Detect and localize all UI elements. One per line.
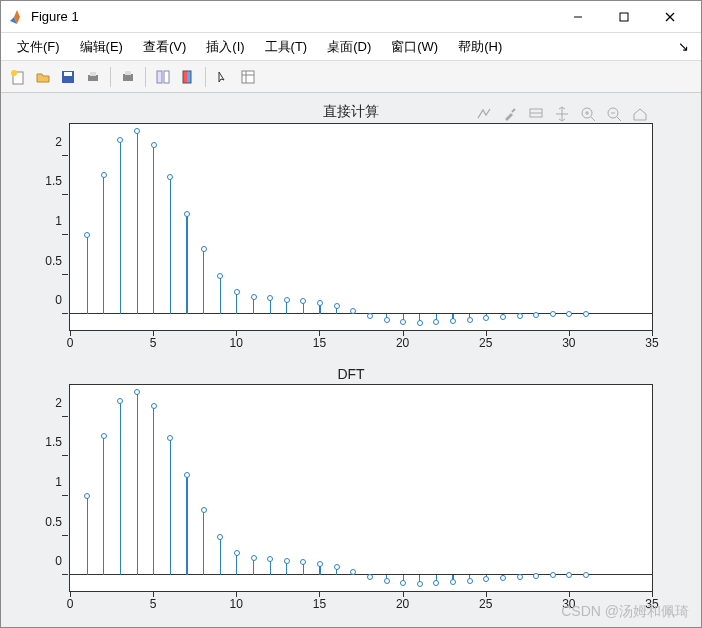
stem <box>286 300 287 314</box>
stem-marker <box>550 572 556 578</box>
chart-title: DFT <box>9 366 693 382</box>
stem-marker <box>367 574 373 580</box>
menu-view[interactable]: 查看(V) <box>133 35 196 59</box>
toolbar-separator <box>145 67 146 87</box>
stem-marker <box>300 298 306 304</box>
stem <box>519 575 520 577</box>
maximize-button[interactable] <box>601 2 647 32</box>
stem-marker <box>384 578 390 584</box>
window-title: Figure 1 <box>31 9 555 24</box>
stem <box>220 276 221 314</box>
property-inspector-button[interactable] <box>237 66 259 88</box>
menu-help[interactable]: 帮助(H) <box>448 35 512 59</box>
x-tick-label: 0 <box>67 597 74 611</box>
print-preview-button[interactable] <box>117 66 139 88</box>
y-tick-label: 1.5 <box>45 435 62 449</box>
y-tick <box>62 155 68 156</box>
close-button[interactable] <box>647 2 693 32</box>
svg-rect-12 <box>157 71 162 83</box>
stem <box>137 131 138 314</box>
stem-marker <box>167 174 173 180</box>
stem-marker <box>217 273 223 279</box>
stem-marker <box>201 507 207 513</box>
stem-marker <box>517 313 523 319</box>
menu-window[interactable]: 窗口(W) <box>381 35 448 59</box>
y-tick-label: 0 <box>55 293 62 307</box>
stem <box>369 575 370 577</box>
stem <box>186 214 187 314</box>
stem-marker <box>234 289 240 295</box>
print-button[interactable] <box>82 66 104 88</box>
minimize-button[interactable] <box>555 2 601 32</box>
stem <box>386 575 387 581</box>
stem-marker <box>101 172 107 178</box>
stem <box>436 314 437 322</box>
stem-marker <box>334 564 340 570</box>
stem-marker <box>217 534 223 540</box>
y-tick-label: 2 <box>55 135 62 149</box>
link-plot-button[interactable] <box>152 66 174 88</box>
figure-window: Figure 1 文件(F) 编辑(E) 查看(V) 插入(I) 工具(T) 桌… <box>0 0 702 628</box>
stem <box>452 575 453 582</box>
x-tick-label: 20 <box>396 336 409 350</box>
stem <box>220 537 221 575</box>
svg-rect-1 <box>620 13 628 21</box>
stem-marker <box>267 556 273 562</box>
stem-marker <box>101 433 107 439</box>
y-tick-label: 0.5 <box>45 254 62 268</box>
stem <box>236 292 237 314</box>
stem-marker <box>317 561 323 567</box>
open-button[interactable] <box>32 66 54 88</box>
colorbar-button[interactable] <box>177 66 199 88</box>
stem <box>270 559 271 575</box>
y-tick <box>62 495 68 496</box>
baseline <box>70 313 652 314</box>
menu-desktop[interactable]: 桌面(D) <box>317 35 381 59</box>
stem-marker <box>300 559 306 565</box>
stem <box>103 175 104 314</box>
pointer-button[interactable] <box>212 66 234 88</box>
x-tick-label: 15 <box>313 336 326 350</box>
stem <box>286 561 287 575</box>
stem-marker <box>500 314 506 320</box>
svg-rect-15 <box>187 71 191 83</box>
stem <box>253 297 254 314</box>
stem <box>419 314 420 323</box>
stem <box>536 575 537 576</box>
toolbar-separator <box>110 67 111 87</box>
y-tick <box>62 416 68 417</box>
menu-tools[interactable]: 工具(T) <box>255 35 318 59</box>
y-tick <box>62 274 68 275</box>
stem-marker <box>433 580 439 586</box>
stem <box>103 436 104 575</box>
menu-insert[interactable]: 插入(I) <box>196 35 254 59</box>
stem <box>486 314 487 318</box>
menu-file[interactable]: 文件(F) <box>7 35 70 59</box>
stem-marker <box>251 294 257 300</box>
stem <box>336 306 337 314</box>
x-tick-label: 30 <box>562 597 575 611</box>
y-tick <box>62 574 68 575</box>
stem-marker <box>284 558 290 564</box>
x-tick-label: 10 <box>230 336 243 350</box>
stem-marker <box>284 297 290 303</box>
stem-marker <box>467 578 473 584</box>
save-button[interactable] <box>57 66 79 88</box>
stem-marker <box>566 311 572 317</box>
plot-area[interactable]: 00.511.5205101520253035 <box>69 384 653 592</box>
stem <box>137 392 138 575</box>
x-tick-label: 10 <box>230 597 243 611</box>
plot-area[interactable]: 00.511.5205101520253035 <box>69 123 653 331</box>
stem <box>303 562 304 575</box>
stem <box>369 314 370 316</box>
stem-marker <box>483 315 489 321</box>
stem-marker <box>201 246 207 252</box>
menu-edit[interactable]: 编辑(E) <box>70 35 133 59</box>
new-figure-button[interactable] <box>7 66 29 88</box>
stem <box>253 558 254 575</box>
y-tick <box>62 234 68 235</box>
svg-rect-17 <box>242 71 254 83</box>
stem-marker <box>566 572 572 578</box>
dock-arrow-icon[interactable]: ↘ <box>672 36 695 57</box>
stem <box>186 475 187 575</box>
